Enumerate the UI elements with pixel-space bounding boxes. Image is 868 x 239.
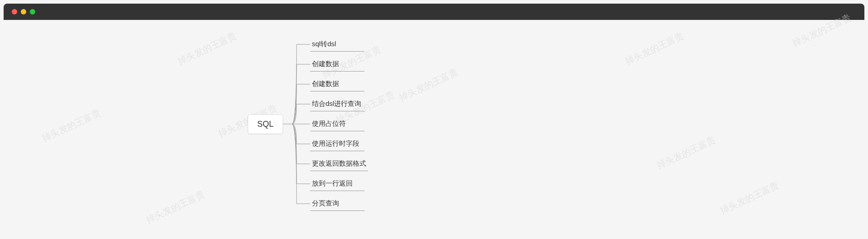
watermark: 掉头发的王富贵 [144, 188, 207, 226]
mindmap-child-label: 使用运行时字段 [310, 137, 364, 151]
window-titlebar [4, 4, 864, 20]
minimize-icon[interactable] [21, 9, 26, 14]
maximize-icon[interactable] [30, 9, 35, 14]
mindmap-root-node[interactable]: SQL [248, 115, 283, 134]
mindmap-child-node[interactable]: 创建数据 [310, 54, 368, 74]
watermark: 掉头发的王富贵 [176, 30, 238, 68]
mindmap-child-node[interactable]: 使用占位符 [310, 114, 368, 134]
mindmap-child-node[interactable]: 使用运行时字段 [310, 134, 368, 154]
watermark: 掉头发的王富贵 [623, 30, 686, 68]
watermark: 掉头发的王富贵 [718, 179, 781, 217]
mindmap-child-label: 使用占位符 [310, 117, 364, 131]
mindmap-child-node[interactable]: sql转dsl [310, 34, 368, 54]
mindmap-child-label: sql转dsl [310, 37, 364, 52]
mindmap-child-node[interactable]: 创建数据 [310, 74, 368, 94]
watermark: 掉头发的王富贵 [397, 66, 460, 104]
close-icon[interactable] [12, 9, 17, 14]
mindmap-connector [283, 124, 310, 124]
watermark: 掉头发的王富贵 [655, 134, 717, 172]
mindmap-child-label: 分页查询 [310, 196, 364, 211]
watermark: 掉头发的王富贵 [40, 107, 103, 145]
mindmap-children: sql转dsl 创建数据 创建数据 结合dsl进行查询 使用占位符 使用运行时字… [310, 34, 368, 214]
mindmap-child-node[interactable]: 放到一行返回 [310, 174, 368, 194]
mindmap-child-node[interactable]: 更改返回数据格式 [310, 154, 368, 174]
content-area: 掉头发的王富贵 掉头发的王富贵 掉头发的王富贵 掉头发的王富贵 掉头发的王富贵 … [4, 20, 864, 239]
mindmap-child-node[interactable]: 分页查询 [310, 194, 368, 214]
mindmap-child-label: 更改返回数据格式 [310, 157, 368, 171]
mindmap-child-node[interactable]: 结合dsl进行查询 [310, 94, 368, 114]
mindmap-child-label: 放到一行返回 [310, 177, 364, 191]
mindmap-child-label: 创建数据 [310, 77, 364, 91]
mindmap-child-label: 结合dsl进行查询 [310, 97, 364, 111]
mindmap: SQL sql转dsl 创建数据 创建数据 [248, 34, 368, 214]
mindmap-child-label: 创建数据 [310, 57, 364, 72]
